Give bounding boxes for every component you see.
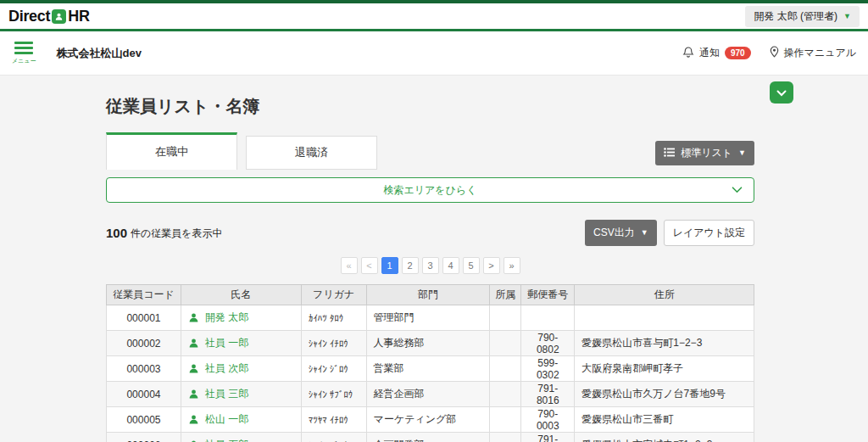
layout-settings-button[interactable]: レイアウト設定 [664, 220, 754, 246]
main-content: 従業員リスト・名簿 在職中 退職済 標準リスト ▼ 検索エリアをひらく [0, 76, 868, 442]
logo-icon [52, 9, 66, 24]
cell-postal: 791-8006 [521, 433, 575, 442]
tab-label: 在職中 [155, 145, 188, 158]
cell-kana: ｼｬｲﾝ ｼﾞﾛｳ [301, 356, 366, 382]
cell-group [490, 331, 521, 356]
table-header-address: 住所 [575, 285, 754, 305]
cell-group [490, 433, 521, 442]
employee-name-text: 社員 三郎 [205, 387, 248, 401]
cell-name: 社員 次郎 [181, 356, 301, 382]
chevron-down-icon [732, 187, 743, 193]
cell-department: 営業部 [366, 356, 490, 382]
employee-name-link[interactable]: 社員 三郎 [188, 387, 294, 401]
menu-label: メニュー [12, 57, 36, 65]
tab-label: 退職済 [295, 146, 328, 159]
cell-address: 愛媛県松山市久万ノ台7番地9号 [575, 382, 754, 407]
employee-name-link[interactable]: 松山 一郎 [188, 412, 294, 427]
tab-active-employees[interactable]: 在職中 [106, 132, 237, 170]
table-row: 000001開発 太郎ｶｲﾊﾂ ﾀﾛｳ管理部門 [107, 305, 754, 331]
table-header-row: 従業員コード氏名フリガナ部門所属郵便番号住所 [107, 285, 754, 305]
employee-name-link[interactable]: 社員 一郎 [188, 336, 294, 350]
cell-postal [521, 305, 575, 331]
manual-link[interactable]: 操作マニュアル [770, 46, 856, 60]
count-row: 100 件の従業員を表示中 CSV出力 ▼ レイアウト設定 [106, 220, 754, 246]
tabs-row: 在職中 退職済 標準リスト ▼ [106, 132, 754, 170]
employee-name-text: 社員 次郎 [205, 361, 248, 376]
table-row: 000005松山 一郎ﾏﾂﾔﾏ ｲﾁﾛｳマーケティング部790-0003愛媛県松… [107, 407, 754, 433]
table-header-group: 所属 [490, 285, 521, 305]
table-header-department: 部門 [366, 285, 490, 305]
cell-name: 社員 一郎 [181, 331, 301, 356]
cell-kana: ｼｬｲﾝ ｲﾁﾛｳ [301, 331, 366, 356]
chevron-down-icon [776, 87, 787, 99]
employee-name-link[interactable]: 開発 太郎 [188, 311, 294, 325]
table-header-kana: フリガナ [301, 285, 366, 305]
cell-kana: ｶｲﾊﾂ ﾀﾛｳ [301, 305, 366, 331]
list-type-label: 標準リスト [681, 146, 732, 160]
page-button-3[interactable]: 3 [422, 257, 439, 274]
caret-down-icon: ▼ [738, 149, 746, 157]
csv-export-button[interactable]: CSV出力 ▼ [585, 220, 657, 246]
collapse-panel-button[interactable] [770, 81, 793, 104]
employee-name-link[interactable]: 社員 五郎 [188, 438, 294, 442]
pagination-next[interactable]: > [483, 257, 500, 274]
cell-code: 000002 [107, 331, 181, 356]
user-name: 開発 太郎 (管理者) [754, 9, 837, 24]
employee-name-text: 開発 太郎 [205, 311, 248, 325]
pagination: «<12345>» [106, 257, 754, 274]
pagination-first[interactable]: « [341, 257, 358, 274]
page-button-4[interactable]: 4 [442, 257, 459, 274]
cell-name: 社員 五郎 [181, 433, 301, 442]
sub-header: メニュー 株式会社松山dev 通知 970 操作マニュアル [0, 31, 868, 76]
toolbar-right: 通知 970 操作マニュアル [682, 46, 856, 61]
person-icon [188, 338, 199, 349]
page-button-5[interactable]: 5 [463, 257, 480, 274]
manual-label: 操作マニュアル [784, 46, 856, 60]
cell-name: 社員 三郎 [181, 382, 301, 407]
person-icon [188, 312, 199, 323]
csv-export-label: CSV出力 [593, 226, 635, 240]
pagination-prev[interactable]: < [361, 257, 378, 274]
app-root: Direct HR 開発 太郎 (管理者) ▼ メニュー 株式会社松山dev 通… [0, 0, 868, 442]
table-row: 000003社員 次郎ｼｬｲﾝ ｼﾞﾛｳ営業部599-0302大阪府泉南郡岬町孝… [107, 356, 754, 382]
cell-group [490, 305, 521, 331]
table-header-name: 氏名 [181, 285, 301, 305]
list-type-button[interactable]: 標準リスト ▼ [655, 141, 754, 165]
menu-button[interactable]: メニュー [12, 42, 36, 65]
cell-name: 松山 一郎 [181, 407, 301, 433]
notification-label: 通知 [699, 46, 720, 60]
app-header: Direct HR 開発 太郎 (管理者) ▼ [0, 3, 868, 29]
cell-address: 愛媛県松山市三番町 [575, 407, 754, 433]
cell-name: 開発 太郎 [181, 305, 301, 331]
logo-text-direct: Direct [8, 8, 50, 25]
table-row: 000004社員 三郎ｼｬｲﾝ ｻﾌﾞﾛｳ経営企画部791-8016愛媛県松山市… [107, 382, 754, 407]
employee-name-text: 社員 五郎 [205, 438, 248, 442]
page-button-1[interactable]: 1 [381, 257, 398, 274]
page-button-2[interactable]: 2 [402, 257, 419, 274]
cell-address: 大阪府泉南郡岬町孝子 [575, 356, 754, 382]
cell-postal: 791-8016 [521, 382, 575, 407]
logo-text-hr: HR [68, 8, 89, 25]
bell-icon [682, 46, 694, 61]
cell-kana: ｼｬｲﾝ ｻﾌﾞﾛｳ [301, 382, 366, 407]
notification-badge: 970 [725, 47, 751, 59]
cell-department: 経営企画部 [366, 382, 490, 407]
employee-name-link[interactable]: 社員 次郎 [188, 361, 294, 376]
person-icon [188, 363, 199, 374]
cell-code: 000004 [107, 382, 181, 407]
cell-postal: 790-0802 [521, 331, 575, 356]
cell-department: 管理部門 [366, 305, 490, 331]
app-logo: Direct HR [8, 8, 90, 25]
pagination-last[interactable]: » [504, 257, 520, 274]
cell-code: 000006 [107, 433, 181, 442]
content-container: 従業員リスト・名簿 在職中 退職済 標準リスト ▼ 検索エリアをひらく [106, 95, 754, 442]
cell-address: 愛媛県松山市喜与町1−2−3 [575, 331, 754, 356]
tab-retired-employees[interactable]: 退職済 [246, 136, 377, 170]
user-menu[interactable]: 開発 太郎 (管理者) ▼ [745, 6, 860, 27]
cell-kana: ｼｬｲﾝ ｺﾞﾛｳ [301, 433, 366, 442]
cell-code: 000003 [107, 356, 181, 382]
employee-name-text: 社員 一郎 [205, 336, 248, 350]
employee-table-body: 000001開発 太郎ｶｲﾊﾂ ﾀﾛｳ管理部門000002社員 一郎ｼｬｲﾝ ｲ… [107, 305, 754, 442]
notification-button[interactable]: 通知 970 [682, 46, 751, 61]
search-area-toggle[interactable]: 検索エリアをひらく [106, 177, 754, 203]
